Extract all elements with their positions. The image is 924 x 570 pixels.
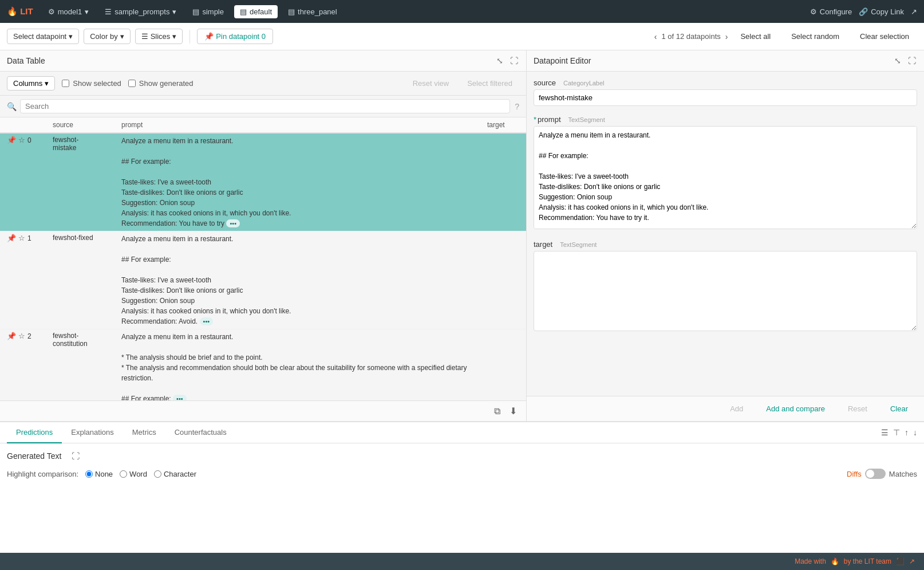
minimize-icon[interactable]: ⤡ bbox=[495, 55, 504, 66]
row-index: 2 bbox=[27, 332, 31, 340]
row-index: 1 bbox=[27, 234, 31, 242]
select-filtered-button[interactable]: Select filtered bbox=[460, 77, 519, 90]
tab-model1[interactable]: ⚙ model1 ▾ bbox=[42, 5, 95, 18]
star-row-button[interactable]: ☆ bbox=[18, 234, 25, 242]
table-row[interactable]: 📌 ☆ 0 fewshot-mistake Analyze a menu ite… bbox=[0, 133, 526, 231]
search-icon: 🔍 bbox=[7, 102, 17, 111]
toolbar-left: Select datapoint ▾ Color by ▾ ☰ Slices ▾… bbox=[7, 29, 650, 44]
prompt-field-textarea[interactable]: Analyze a menu item in a restaurant. ## … bbox=[534, 126, 917, 229]
top-nav-bar: 🔥 LIT ⚙ model1 ▾ ☰ sample_prompts ▾ ▤ si… bbox=[0, 0, 924, 23]
tab-metrics[interactable]: Metrics bbox=[123, 422, 165, 443]
main-toolbar: Select datapoint ▾ Color by ▾ ☰ Slices ▾… bbox=[0, 23, 924, 50]
maximize-icon[interactable]: ⛶ bbox=[509, 55, 519, 66]
reset-view-button[interactable]: Reset view bbox=[406, 77, 456, 90]
color-by-button[interactable]: Color by ▾ bbox=[84, 29, 130, 44]
more-button[interactable]: ••• bbox=[173, 395, 187, 400]
external-icon: ↗ bbox=[909, 557, 915, 565]
configure-icon: ⚙ bbox=[810, 7, 817, 16]
col-index bbox=[0, 117, 46, 133]
tab-default[interactable]: ▤ default bbox=[234, 5, 278, 18]
show-selected-checkbox[interactable] bbox=[62, 80, 69, 87]
more-button[interactable]: ••• bbox=[200, 317, 214, 325]
table-row[interactable]: 📌 ☆ 1 fewshot-fixed Analyze a menu item … bbox=[0, 231, 526, 329]
chevron-down-icon: ▾ bbox=[45, 79, 49, 88]
clear-button[interactable]: Clear bbox=[881, 401, 917, 416]
filter-icon[interactable]: ⊤ bbox=[893, 428, 900, 437]
app-logo: 🔥 LIT bbox=[7, 6, 33, 17]
layout-icon: ▤ bbox=[288, 7, 295, 16]
copy-table-button[interactable]: ⧉ bbox=[492, 405, 503, 418]
top-bar-actions: ⚙ Configure 🔗 Copy Link ↗ bbox=[810, 7, 917, 16]
sort-asc-icon[interactable]: ↑ bbox=[905, 428, 909, 437]
tab-simple[interactable]: ▤ simple bbox=[187, 5, 230, 18]
reset-button[interactable]: Reset bbox=[839, 401, 876, 416]
bottom-tab-icons: ☰ ⊤ ↑ ↓ bbox=[881, 428, 917, 437]
link-icon: 🔗 bbox=[859, 7, 868, 16]
tab-explanations[interactable]: Explanations bbox=[62, 422, 123, 443]
tab-sample-prompts[interactable]: ☰ sample_prompts ▾ bbox=[99, 5, 182, 18]
col-source: source bbox=[46, 117, 114, 133]
menu-icon[interactable]: ☰ bbox=[881, 428, 889, 437]
add-compare-button[interactable]: Add and compare bbox=[757, 401, 834, 416]
highlight-none-option[interactable]: None bbox=[85, 470, 113, 478]
show-generated-label[interactable]: Show generated bbox=[128, 79, 194, 88]
search-help-icon[interactable]: ? bbox=[515, 102, 519, 111]
select-random-button[interactable]: Select random bbox=[783, 29, 847, 44]
show-selected-label[interactable]: Show selected bbox=[62, 79, 121, 88]
more-button[interactable]: ••• bbox=[226, 219, 240, 227]
diffs-toggle-switch[interactable] bbox=[865, 469, 886, 479]
expand-icon[interactable]: ⛶ bbox=[70, 450, 81, 462]
target-field-textarea[interactable] bbox=[534, 251, 917, 331]
columns-button[interactable]: Columns ▾ bbox=[7, 76, 55, 91]
by-text: by the LIT team bbox=[844, 557, 891, 565]
chevron-down-icon: ▾ bbox=[120, 32, 124, 41]
star-row-button[interactable]: ☆ bbox=[18, 332, 25, 340]
pin-row-button[interactable]: 📌 bbox=[7, 332, 16, 340]
external-link-button[interactable]: ↗ bbox=[911, 7, 917, 16]
bottom-content: Generated Text ⛶ Highlight comparison: N… bbox=[0, 443, 924, 553]
source-field-header: source CategoryLabel bbox=[534, 78, 917, 87]
matches-label: Matches bbox=[889, 470, 917, 478]
add-button[interactable]: Add bbox=[721, 401, 752, 416]
minimize-icon[interactable]: ⤡ bbox=[893, 55, 902, 66]
highlight-word-option[interactable]: Word bbox=[120, 470, 147, 478]
tab-counterfactuals[interactable]: Counterfactuals bbox=[165, 422, 236, 443]
select-all-button[interactable]: Select all bbox=[732, 29, 779, 44]
clear-selection-button[interactable]: Clear selection bbox=[852, 29, 917, 44]
maximize-icon[interactable]: ⛶ bbox=[907, 55, 917, 66]
highlight-word-radio[interactable] bbox=[120, 470, 127, 478]
row-actions: 📌 ☆ 1 bbox=[7, 234, 39, 242]
editor-header-icons: ⤡ ⛶ bbox=[893, 55, 917, 66]
data-table-container: source prompt target 📌 ☆ bbox=[0, 117, 526, 400]
select-datapoint-button[interactable]: Select datapoint ▾ bbox=[7, 29, 79, 44]
prompt-cell: Analyze a menu item in a restaurant. * T… bbox=[114, 329, 480, 401]
layout-icon: ▤ bbox=[240, 7, 247, 16]
data-table-panel: Data Table ⤡ ⛶ Columns ▾ Show selected bbox=[0, 50, 527, 421]
show-generated-checkbox[interactable] bbox=[128, 80, 136, 87]
highlight-none-radio[interactable] bbox=[85, 470, 93, 478]
source-field-name: source bbox=[534, 78, 556, 87]
editor-content: source CategoryLabel prompt TextSegment … bbox=[527, 72, 924, 396]
source-field-type: CategoryLabel bbox=[560, 79, 607, 87]
pin-row-button[interactable]: 📌 bbox=[7, 136, 16, 144]
star-row-button[interactable]: ☆ bbox=[18, 136, 25, 144]
highlight-character-radio[interactable] bbox=[154, 470, 161, 478]
slices-button[interactable]: ☰ Slices ▾ bbox=[135, 29, 183, 44]
highlight-character-option[interactable]: Character bbox=[154, 470, 196, 478]
search-input[interactable] bbox=[20, 99, 510, 113]
logo-icon: 🔥 bbox=[7, 6, 18, 16]
table-actions: Reset view Select filtered bbox=[406, 77, 519, 90]
configure-button[interactable]: ⚙ Configure bbox=[810, 7, 852, 16]
datapoint-editor-panel: Datapoint Editor ⤡ ⛶ source CategoryLabe… bbox=[527, 50, 924, 421]
source-field-input[interactable] bbox=[534, 89, 917, 106]
pin-datapoint-button[interactable]: 📌 Pin datapoint 0 bbox=[197, 29, 273, 44]
copy-link-button[interactable]: 🔗 Copy Link bbox=[859, 7, 904, 16]
sort-desc-icon[interactable]: ↓ bbox=[913, 428, 917, 437]
next-datapoint-button[interactable]: › bbox=[725, 32, 728, 41]
tab-predictions[interactable]: Predictions bbox=[7, 422, 62, 443]
pin-row-button[interactable]: 📌 bbox=[7, 234, 16, 242]
table-row[interactable]: 📌 ☆ 2 fewshot-constitution Analyze a men… bbox=[0, 329, 526, 401]
prev-datapoint-button[interactable]: ‹ bbox=[654, 32, 657, 41]
tab-three-panel[interactable]: ▤ three_panel bbox=[282, 5, 343, 18]
download-table-button[interactable]: ⬇ bbox=[507, 404, 519, 418]
